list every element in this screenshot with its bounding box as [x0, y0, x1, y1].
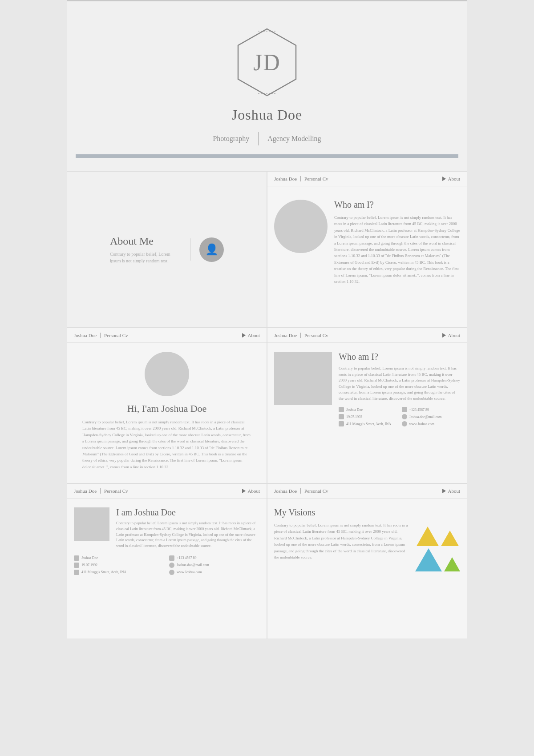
contact-phone-value: +123 4567 89	[409, 408, 429, 412]
slide-5-header: Joshua Doe Personal Cv About	[67, 484, 267, 499]
slide-name-label: Joshua Doe	[274, 176, 297, 181]
visions-body: Contrary to popular belief, Lorem ipsum …	[274, 522, 409, 560]
professions-container: Photography Agency Modelling	[76, 132, 458, 145]
initials-text: JD	[253, 49, 281, 76]
slide-6-body: My Visions Contrary to popular belief, L…	[267, 499, 467, 580]
header-sep	[100, 333, 101, 338]
triangle-yellow-sm	[441, 531, 459, 546]
avatar-circle: 👤	[199, 237, 224, 262]
phone-icon	[169, 555, 174, 561]
who-am-i-2-body: Contrary to popular belief, Lorem ipsum …	[339, 366, 460, 402]
contact-website: www.Joshua.com	[402, 421, 461, 426]
contact-name-val: Joshua Doe	[81, 556, 98, 560]
play-icon	[442, 177, 446, 181]
slide-section-label: Personal Cv	[304, 488, 328, 494]
contact-phone-val: +123 4567 89	[177, 556, 197, 560]
slide-who-am-i-1: Joshua Doe Personal Cv About Who am I? C…	[267, 171, 467, 328]
slide-5-body: I am Joshua Doe Contrary to popular beli…	[67, 499, 267, 584]
about-divider	[190, 238, 190, 261]
header-section: JD Joshua Doe Photography Agency Modelli…	[67, 0, 467, 171]
profile-photo-rect	[274, 352, 332, 405]
contact-address: 411 Manggis Street, Aceh, INA	[74, 570, 165, 575]
header-sep	[100, 488, 101, 494]
contact-grid-s5: Joshua Doe +123 4567 89 19.07.1992 Joshu…	[74, 555, 260, 575]
location-icon	[74, 570, 79, 575]
play-icon	[442, 333, 446, 338]
contact-name: Joshua Doe	[339, 407, 397, 412]
calendar-icon	[74, 563, 79, 568]
top-decorative-line	[67, 0, 467, 1]
slide-2-header: Joshua Doe Personal Cv About	[267, 172, 467, 186]
play-icon	[242, 489, 246, 493]
who-am-i-heading: Who am I?	[334, 200, 460, 210]
triangles-bottom	[415, 548, 460, 571]
profession-2: Agency Modelling	[267, 135, 321, 143]
slide-header-right: About	[442, 488, 461, 494]
contact-date: 19.07.1992	[339, 414, 397, 419]
slide-about-me-center: About Me Contrary to popular belief, Lor…	[67, 171, 267, 328]
contact-address-value: 411 Manggis Street, Aceh, INA	[346, 422, 391, 426]
contact-date-value: 19.07.1992	[346, 415, 362, 419]
play-icon	[242, 333, 246, 338]
triangle-group	[441, 531, 459, 546]
globe-icon	[402, 421, 407, 426]
visions-text: Contrary to popular belief, Lorem ipsum …	[274, 522, 409, 571]
slide-header-right: About	[442, 333, 461, 338]
triangle-yellow	[417, 527, 439, 546]
who-am-i-body: Contrary to popular belief, Lorem ipsum …	[334, 214, 460, 285]
about-me-text: About Me Contrary to popular belief, Lor…	[110, 235, 181, 264]
about-me-heading: About Me	[110, 235, 181, 247]
header-sep	[300, 176, 301, 181]
person-icon	[339, 407, 344, 412]
contact-email: Joshua.doe@mail.com	[169, 563, 260, 568]
contact-address-val: 411 Manggis Street, Aceh, INA	[81, 570, 126, 574]
contact-name-value: Joshua Doe	[346, 408, 363, 412]
person-icon: 👤	[205, 243, 218, 256]
contact-grid: Joshua Doe +123 4567 89 19.07.1992 Joshu…	[339, 407, 460, 426]
slide-name-label: Joshua Doe	[74, 488, 97, 494]
about-label: About	[248, 333, 260, 338]
globe-icon	[169, 570, 174, 575]
slide-2-body: Who am I? Contrary to popular belief, Lo…	[267, 186, 467, 298]
calendar-icon	[339, 414, 344, 419]
slide-my-visions: Joshua Doe Personal Cv About My Visions …	[267, 483, 467, 639]
contact-phone: +123 4567 89	[169, 555, 260, 561]
profession-divider	[258, 132, 259, 145]
header-accent-bar	[76, 154, 458, 158]
about-label: About	[448, 488, 461, 494]
slide-2-text: Who am I? Contrary to popular belief, Lo…	[334, 200, 460, 285]
about-label: About	[448, 176, 461, 181]
slide-section-label: Personal Cv	[304, 333, 328, 338]
about-label: About	[248, 488, 260, 494]
contact-website-val: www.Joshua.com	[177, 570, 202, 574]
contact-name: Joshua Doe	[74, 555, 165, 561]
slide-section-label: Personal Cv	[104, 333, 128, 338]
slide-who-am-i-2: Joshua Doe Personal Cv About Who am I? C…	[267, 328, 467, 483]
slide-6-header: Joshua Doe Personal Cv About	[267, 484, 467, 499]
about-me-body: Contrary to popular belief, Lorem ipsum …	[110, 251, 181, 264]
contact-date: 19.07.1992	[74, 563, 165, 568]
contact-phone: +123 4567 89	[402, 407, 461, 412]
slide-4-body: Who am I? Contrary to popular belief, Lo…	[267, 343, 467, 435]
slide-hi-joshua: Joshua Doe Personal Cv About Hi, I'am Jo…	[67, 328, 267, 483]
profile-photo-circle	[274, 200, 328, 253]
contact-address: 411 Manggis Street, Aceh, INA	[339, 421, 397, 426]
contact-email: Joshua.doe@mail.com	[402, 414, 461, 419]
slide-4-header: Joshua Doe Personal Cv About	[267, 328, 467, 343]
triangles-top	[417, 527, 459, 546]
who-am-i-2-heading: Who am I?	[339, 352, 460, 362]
my-visions-heading: My Visions	[274, 507, 460, 518]
slide-header-left: Joshua Doe Personal Cv	[274, 333, 328, 338]
slide-section-label: Personal Cv	[104, 488, 128, 494]
phone-icon	[402, 407, 407, 412]
slide-header-right: About	[442, 176, 461, 181]
i-am-heading: I am Joshua Doe	[116, 507, 260, 518]
triangle-blue	[415, 548, 442, 571]
contact-website-value: www.Joshua.com	[409, 422, 434, 426]
slide-name-label: Joshua Doe	[274, 333, 297, 338]
slide-header-left: Joshua Doe Personal Cv	[274, 176, 328, 181]
slide-1-content: About Me Contrary to popular belief, Lor…	[67, 172, 267, 327]
slide-5-text: I am Joshua Doe Contrary to popular beli…	[116, 507, 260, 549]
contact-website: www.Joshua.com	[169, 570, 260, 575]
about-label: About	[448, 333, 461, 338]
